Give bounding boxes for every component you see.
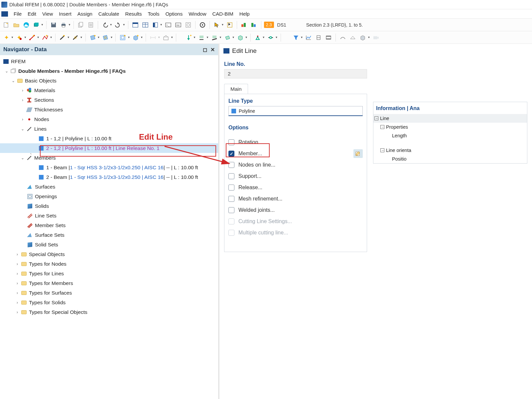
option-support[interactable]: Support... <box>228 171 363 182</box>
line-no-field[interactable]: 2 <box>224 69 367 78</box>
info-row-properties[interactable]: Properties <box>373 123 527 131</box>
tree-types-special[interactable]: Types for Special Objects <box>29 309 87 315</box>
checkbox-release[interactable] <box>228 185 234 191</box>
dropdown-icon[interactable]: ▼ <box>110 23 112 26</box>
move-icon[interactable] <box>225 21 234 29</box>
new-node-star-icon[interactable]: ✦ <box>2 33 11 42</box>
tree-lines[interactable]: Lines <box>34 126 47 132</box>
tree-types-nodes[interactable]: Types for Nodes <box>29 261 66 267</box>
new-line-icon[interactable]: ✦ <box>28 33 37 42</box>
collapse-icon[interactable]: ⌄ <box>20 127 25 131</box>
expand-icon[interactable]: › <box>15 300 20 305</box>
load-node-icon[interactable]: ✦ <box>184 33 193 42</box>
checkbox-nodes-on-line[interactable] <box>228 162 234 168</box>
menu-window[interactable]: Window <box>186 11 209 17</box>
collapse-icon[interactable] <box>380 125 384 129</box>
checkbox-welded[interactable] <box>228 207 234 213</box>
tree-model[interactable]: Double Members - Member Hinge.rf6 | FAQs <box>18 68 126 74</box>
checkbox-mesh[interactable] <box>228 196 234 202</box>
tree-line-2-row[interactable]: 2 - 1,2 | Polyline | L : 10.00 ft | Line… <box>0 143 218 153</box>
tree-basic-objects[interactable]: Basic Objects <box>25 78 57 84</box>
checkbox-member[interactable] <box>228 151 234 157</box>
section-description[interactable]: Section 2.3 (LRFD), 1. to 5. <box>304 22 365 28</box>
expand-icon[interactable]: ⌄ <box>4 69 9 73</box>
option-nodes-on-line[interactable]: Nodes on line... <box>228 159 363 171</box>
tree-solids[interactable]: Solids <box>35 203 49 209</box>
menu-cad-bim[interactable]: CAD-BIM <box>209 11 236 17</box>
new-member2-icon[interactable] <box>71 33 80 42</box>
expand-icon[interactable]: › <box>15 271 20 276</box>
dropdown-icon[interactable]: ▼ <box>160 23 163 26</box>
checkbox-rotation[interactable] <box>228 139 234 145</box>
tree-materials[interactable]: Materials <box>34 87 55 93</box>
tree-root[interactable]: RFEM <box>11 59 26 65</box>
new-surface-icon[interactable]: ✦ <box>88 33 97 42</box>
dropdown-icon[interactable]: ▼ <box>221 23 224 26</box>
console-icon[interactable]: >_ <box>164 21 173 29</box>
dock-icon[interactable]: ◻ <box>203 47 207 53</box>
tab-main[interactable]: Main <box>224 84 248 94</box>
script-icon[interactable]: >sc <box>174 21 183 29</box>
cloud-icon[interactable] <box>22 21 31 29</box>
tree-line-1[interactable]: 1 - 1,2 | Polyline | L : 10.00 ft <box>46 136 111 142</box>
option-rotation[interactable]: Rotation... <box>228 137 363 148</box>
tree-line-sets[interactable]: Line Sets <box>35 213 57 219</box>
dimension-icon[interactable] <box>149 33 157 42</box>
menu-file[interactable]: File <box>11 11 25 17</box>
menu-results[interactable]: Results <box>122 11 145 17</box>
menu-assign[interactable]: Assign <box>74 11 95 17</box>
info-row-length[interactable]: Length <box>373 131 527 140</box>
menu-edit[interactable]: Edit <box>25 11 39 17</box>
load-combination-badge[interactable]: 2.3 <box>264 22 274 28</box>
expand-icon[interactable]: › <box>15 291 20 295</box>
tree-types-members[interactable]: Types for Members <box>29 280 73 286</box>
tree-surface-sets[interactable]: Surface Sets <box>35 232 65 238</box>
section-view-icon[interactable] <box>314 33 323 42</box>
member-edit-button[interactable] <box>353 149 363 158</box>
tree-types-solids[interactable]: Types for Solids <box>29 300 66 306</box>
menu-view[interactable]: View <box>39 11 56 17</box>
filter-icon[interactable] <box>292 33 300 42</box>
new-surface2-icon[interactable] <box>101 33 110 42</box>
expand-icon[interactable]: › <box>20 98 25 102</box>
tree-thicknesses[interactable]: Thicknesses <box>34 107 63 113</box>
expand-icon[interactable]: › <box>15 310 20 315</box>
collapse-icon[interactable]: ⌄ <box>20 156 25 160</box>
tree-member-2-link[interactable]: 1 - Sqr HSS 3-1/2x3-1/2x0.250 | AISC 16 <box>70 174 163 180</box>
option-member[interactable]: Member... <box>228 148 363 159</box>
menu-insert[interactable]: Insert <box>56 11 74 17</box>
tree-sections[interactable]: Sections <box>34 97 54 103</box>
expand-icon[interactable]: ⌄ <box>11 78 16 83</box>
tree-special-objects[interactable]: Special Objects <box>29 251 65 257</box>
isometric-icon[interactable] <box>358 33 367 42</box>
camera-icon[interactable] <box>371 33 380 42</box>
option-release[interactable]: Release... <box>228 182 363 193</box>
close-icon[interactable]: ✕ <box>210 47 215 53</box>
tree-line-2[interactable]: 2 - 1,2 | Polyline | L : 10.00 ft | Line… <box>46 145 160 151</box>
checkbox-support[interactable] <box>228 173 234 179</box>
load-surface-icon[interactable] <box>223 33 232 42</box>
tree-member-1-link[interactable]: 1 - Sqr HSS 3-1/2x3-1/2x0.250 | AISC 16 <box>70 165 163 171</box>
tree-member-2-post[interactable]: | -- | L : 10.00 ft <box>164 174 198 180</box>
tree-surfaces[interactable]: Surfaces <box>35 184 55 190</box>
menu-help[interactable]: Help <box>236 11 253 17</box>
new-node-dot-icon[interactable]: ✦ <box>15 33 24 42</box>
graph-icon[interactable] <box>304 33 313 42</box>
new-opening-icon[interactable]: ✦ <box>118 33 127 42</box>
result-beam-icon[interactable] <box>338 33 347 42</box>
select-icon[interactable] <box>212 21 221 29</box>
dropdown-icon[interactable]: ▼ <box>123 23 125 26</box>
new-polyline-icon[interactable]: ✦ <box>41 33 50 42</box>
navigator-tree[interactable]: RFEM ⌄ Double Members - Member Hinge.rf6… <box>0 55 218 399</box>
loadcase2-icon[interactable] <box>250 21 258 29</box>
dropdown-icon[interactable]: ▼ <box>68 23 71 26</box>
tree-nodes[interactable]: Nodes <box>34 116 49 122</box>
project-navigator-icon[interactable] <box>151 21 160 29</box>
expand-icon[interactable]: › <box>20 88 25 93</box>
tree-solid-sets[interactable]: Solid Sets <box>35 242 58 248</box>
load-line-icon[interactable] <box>197 33 206 42</box>
redo-icon[interactable] <box>114 21 122 29</box>
open-icon[interactable] <box>12 21 21 29</box>
dropdown-icon[interactable]: ▼ <box>41 23 44 26</box>
menu-tools[interactable]: Tools <box>145 11 162 17</box>
